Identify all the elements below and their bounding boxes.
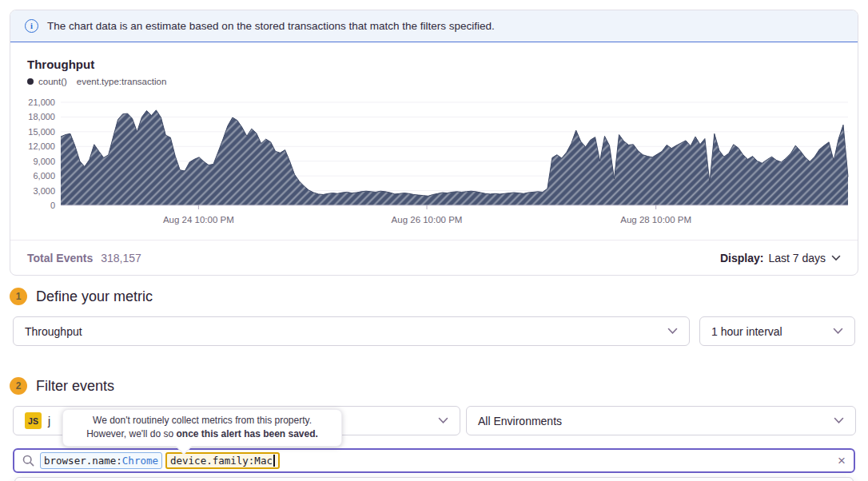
svg-text:Aug 26 10:00 PM: Aug 26 10:00 PM [392, 215, 463, 225]
chevron-down-icon [834, 417, 844, 424]
environment-select[interactable]: All Environments [466, 406, 856, 435]
chart-area-series [61, 110, 848, 205]
display-period-selector[interactable]: Display: Last 7 days [720, 252, 841, 264]
legend-series-label: count() [38, 77, 67, 86]
total-events-label: Total Events [27, 252, 93, 264]
svg-text:21,000: 21,000 [28, 97, 55, 107]
svg-text:9,000: 9,000 [33, 157, 55, 166]
total-events: Total Events 318,157 [27, 252, 141, 264]
chevron-down-icon [833, 328, 843, 335]
metric-section-heading: Define your metric [36, 288, 153, 305]
search-icon [22, 455, 34, 467]
estimate-banner: i The chart data is an estimate based on… [10, 10, 858, 42]
chart-legend: count() event.type:transaction [27, 77, 166, 86]
display-label: Display: [720, 252, 763, 264]
project-select-value: j [48, 415, 50, 427]
throughput-area-chart: 03,0006,0009,00012,00015,00018,00021,000… [10, 90, 850, 234]
metric-section-header: 1 Define your metric [10, 288, 153, 305]
text-cursor [273, 455, 275, 467]
interval-select-value: 1 hour interval [711, 325, 782, 338]
step-2-badge: 2 [10, 377, 27, 395]
legend-dot-icon [27, 78, 34, 85]
search-token-browser-name[interactable]: browser.name:Chrome [40, 452, 162, 469]
svg-text:Aug 24 10:00 PM: Aug 24 10:00 PM [163, 215, 234, 225]
clear-search-button[interactable]: × [838, 454, 846, 467]
legend-query-label: event.type:transaction [77, 77, 167, 86]
metric-select-value: Throughput [25, 325, 82, 338]
filter-section-heading: Filter events [36, 378, 114, 395]
chevron-down-icon [831, 255, 841, 261]
tooltip-line-2: However, we'll do so once this alert has… [71, 427, 333, 441]
banner-text: The chart data is an estimate based on t… [47, 20, 495, 32]
total-events-value: 318,157 [101, 252, 141, 264]
metrics-tooltip: We don't routinely collect metrics from … [62, 409, 342, 447]
chart-footer: Total Events 318,157 Display: Last 7 day… [10, 240, 858, 275]
svg-text:Aug 28 10:00 PM: Aug 28 10:00 PM [620, 215, 691, 225]
svg-text:6,000: 6,000 [33, 171, 55, 181]
chart-panel: i The chart data is an estimate based on… [10, 10, 858, 276]
tooltip-line-1: We don't routinely collect metrics from … [71, 414, 333, 427]
search-input[interactable]: browser.name:Chrome device.family:Mac × [13, 448, 855, 473]
chart-axes: Aug 24 10:00 PMAug 26 10:00 PMAug 28 10:… [61, 205, 848, 225]
filter-section-header: 2 Filter events [10, 377, 114, 395]
chevron-down-icon [667, 328, 678, 335]
metric-select[interactable]: Throughput [13, 316, 690, 346]
svg-text:0: 0 [50, 201, 55, 210]
svg-text:12,000: 12,000 [28, 141, 55, 151]
interval-select[interactable]: 1 hour interval [699, 316, 855, 346]
search-token-device-family[interactable]: device.family:Mac [165, 452, 280, 469]
javascript-platform-icon: JS [25, 412, 42, 429]
info-icon: i [25, 19, 38, 33]
chevron-down-icon [438, 417, 448, 424]
svg-text:18,000: 18,000 [28, 112, 55, 121]
chart-title: Throughput [27, 58, 94, 71]
environment-select-value: All Environments [478, 415, 562, 427]
svg-text:3,000: 3,000 [33, 186, 55, 196]
search-autocomplete-panel[interactable] [14, 477, 854, 481]
svg-text:15,000: 15,000 [28, 127, 55, 137]
display-value: Last 7 days [768, 252, 826, 264]
step-1-badge: 1 [10, 288, 27, 305]
